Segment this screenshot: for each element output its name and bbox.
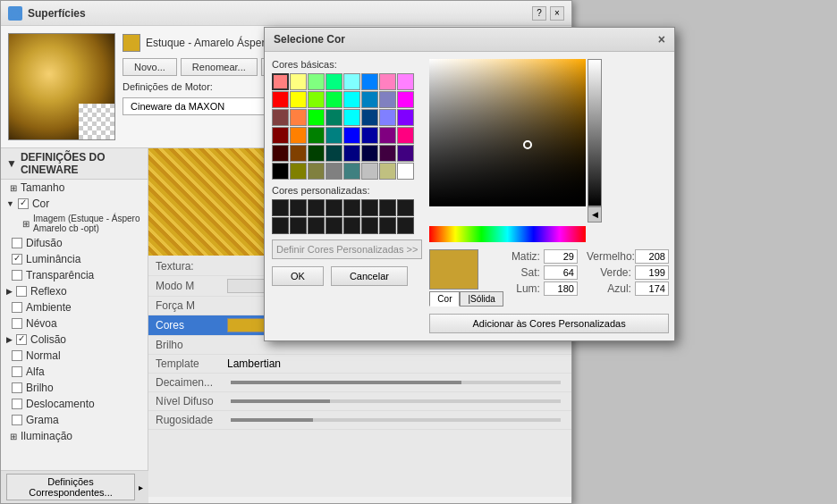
basic-color-cell[interactable]	[379, 163, 396, 180]
sidebar-item-transparencia[interactable]: Transparência	[1, 267, 148, 283]
verde-input[interactable]	[635, 265, 669, 280]
basic-color-cell[interactable]	[272, 127, 289, 144]
custom-color-cell[interactable]	[308, 199, 325, 216]
basic-color-cell[interactable]	[290, 91, 307, 108]
color-spectrum[interactable]	[429, 59, 586, 206]
rugosidade-slider[interactable]	[231, 418, 561, 422]
basic-color-cell[interactable]	[343, 163, 360, 180]
sidebar-item-brilho[interactable]: Brilho	[1, 380, 148, 396]
basic-color-cell[interactable]	[308, 163, 325, 180]
basic-color-cell[interactable]	[290, 109, 307, 126]
basic-color-cell[interactable]	[343, 73, 360, 90]
basic-color-cell[interactable]	[272, 73, 289, 90]
reflexo-checkbox[interactable]	[16, 286, 27, 297]
sidebar-item-iluminacao[interactable]: ⊞ Iluminação	[1, 428, 148, 444]
difusao-checkbox[interactable]	[12, 238, 22, 248]
custom-color-cell[interactable]	[397, 199, 414, 216]
basic-color-cell[interactable]	[361, 127, 378, 144]
hue-slider[interactable]	[429, 226, 586, 242]
basic-color-cell[interactable]	[308, 91, 325, 108]
basic-color-cell[interactable]	[326, 109, 342, 126]
sidebar-item-luminancia[interactable]: Luminância	[1, 251, 148, 267]
sidebar-item-cor[interactable]: ▼ Cor	[1, 196, 148, 212]
basic-color-cell[interactable]	[326, 145, 342, 162]
basic-color-cell[interactable]	[343, 91, 360, 108]
custom-color-cell[interactable]	[326, 217, 342, 234]
define-custom-button[interactable]: Definir Cores Personalizadas >>	[272, 239, 422, 259]
brilho-checkbox[interactable]	[12, 382, 22, 393]
custom-color-cell[interactable]	[290, 199, 307, 216]
section-header[interactable]: ▼ DEFINIÇÕES DO CINEWARE	[1, 148, 148, 180]
basic-color-cell[interactable]	[379, 109, 396, 126]
alfa-checkbox[interactable]	[12, 366, 22, 377]
luminancia-checkbox[interactable]	[12, 254, 22, 265]
basic-color-cell[interactable]	[343, 127, 360, 144]
cancel-button[interactable]: Cancelar	[331, 266, 408, 286]
custom-color-cell[interactable]	[272, 217, 289, 234]
custom-color-cell[interactable]	[379, 199, 396, 216]
basic-color-cell[interactable]	[397, 145, 414, 162]
basic-color-cell[interactable]	[326, 91, 342, 108]
basic-color-cell[interactable]	[361, 145, 378, 162]
basic-color-cell[interactable]	[379, 91, 396, 108]
close-button[interactable]: ×	[550, 6, 564, 21]
basic-color-cell[interactable]	[379, 145, 396, 162]
basic-color-cell[interactable]	[397, 109, 414, 126]
basic-color-cell[interactable]	[379, 73, 396, 90]
vermelho-input[interactable]	[635, 249, 669, 264]
sidebar-item-reflexo[interactable]: ▶ Reflexo	[1, 283, 148, 299]
basic-color-cell[interactable]	[272, 145, 289, 162]
basic-color-cell[interactable]	[397, 163, 414, 180]
custom-color-cell[interactable]	[326, 199, 342, 216]
basic-color-cell[interactable]	[361, 91, 378, 108]
deslocamento-checkbox[interactable]	[12, 399, 22, 409]
novo-button[interactable]: Novo...	[123, 58, 177, 76]
grama-checkbox[interactable]	[12, 415, 22, 425]
tab-solida[interactable]: |Sólida	[460, 291, 503, 307]
basic-color-cell[interactable]	[361, 163, 378, 180]
material-color-swatch[interactable]	[123, 34, 140, 52]
tab-cor[interactable]: Cor	[429, 291, 460, 307]
basic-color-cell[interactable]	[308, 145, 325, 162]
color-dialog-close-button[interactable]: ×	[658, 32, 665, 46]
colisao-checkbox[interactable]	[16, 334, 27, 345]
ambiente-checkbox[interactable]	[12, 302, 22, 313]
basic-color-cell[interactable]	[308, 109, 325, 126]
sidebar-item-nevoa[interactable]: Névoa	[1, 315, 148, 332]
transparencia-checkbox[interactable]	[12, 270, 22, 281]
basic-color-cell[interactable]	[361, 109, 378, 126]
custom-color-cell[interactable]	[343, 199, 360, 216]
basic-color-cell[interactable]	[272, 163, 289, 180]
custom-color-cell[interactable]	[379, 217, 396, 234]
basic-color-cell[interactable]	[397, 91, 414, 108]
help-button[interactable]: ?	[532, 6, 546, 21]
brightness-bar[interactable]	[588, 59, 602, 206]
sidebar-item-grama[interactable]: Grama	[1, 412, 148, 428]
matiz-input[interactable]	[544, 249, 578, 264]
basic-color-cell[interactable]	[290, 73, 307, 90]
sidebar-item-colisao[interactable]: ▶ Colisão	[1, 332, 148, 348]
custom-color-cell[interactable]	[272, 199, 289, 216]
normal-checkbox[interactable]	[12, 350, 22, 361]
basic-color-cell[interactable]	[397, 73, 414, 90]
basic-color-cell[interactable]	[343, 109, 360, 126]
basic-color-cell[interactable]	[308, 73, 325, 90]
sidebar-item-normal[interactable]: Normal	[1, 348, 148, 364]
decaimento-slider[interactable]	[231, 381, 561, 384]
basic-color-cell[interactable]	[326, 163, 342, 180]
basic-color-cell[interactable]	[361, 73, 378, 90]
brightness-arrow[interactable]: ◀	[588, 206, 602, 223]
nevoa-checkbox[interactable]	[12, 318, 22, 329]
definicoes-correspondentes-button[interactable]: Definições Correspondentes...	[6, 474, 135, 497]
sidebar-item-ambiente[interactable]: Ambiente	[1, 299, 148, 315]
basic-color-cell[interactable]	[343, 145, 360, 162]
basic-color-cell[interactable]	[290, 145, 307, 162]
basic-color-cell[interactable]	[308, 127, 325, 144]
custom-color-cell[interactable]	[308, 217, 325, 234]
nivel-difuso-slider[interactable]	[231, 399, 561, 403]
sidebar-item-tamanho[interactable]: ⊞ Tamanho	[1, 180, 148, 196]
basic-color-cell[interactable]	[290, 163, 307, 180]
custom-color-cell[interactable]	[361, 217, 378, 234]
basic-color-cell[interactable]	[326, 127, 342, 144]
custom-color-cell[interactable]	[361, 199, 378, 216]
